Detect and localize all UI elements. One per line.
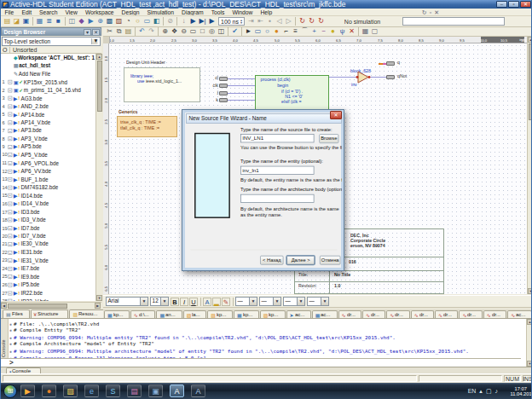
tree-file-row[interactable]: 22+▶!IE31.bde: [1, 248, 95, 257]
probe-tool-icon[interactable]: ψ: [338, 27, 347, 37]
document-tab[interactable]: ∿dr...: [338, 310, 361, 318]
line-style-select[interactable]: —▼: [259, 297, 281, 306]
browser-column-headers[interactable]: O Unsorted: [1, 47, 101, 54]
close-button[interactable]: ✕: [520, 1, 531, 8]
scroll-left-icon[interactable]: ◀: [1, 303, 7, 309]
initialize-sim-icon[interactable]: ↓: [179, 17, 188, 26]
next-event-icon[interactable]: ▷: [284, 17, 293, 26]
timing-icon[interactable]: ◔: [124, 17, 133, 26]
underline-button[interactable]: U: [189, 298, 198, 306]
browse-button[interactable]: Browse: [319, 134, 338, 143]
menu-edit[interactable]: Edit: [18, 9, 36, 16]
connection-tool-icon[interactable]: +: [309, 27, 319, 37]
title-bar[interactable]: Active-HDL Student Edition (ACT_HDL_test…: [1, 0, 532, 9]
zoom-100-icon[interactable]: ◎: [207, 27, 217, 37]
expand-icon[interactable]: +: [8, 136, 12, 141]
sync-icon[interactable]: ↻: [422, 9, 427, 16]
tree-file-row[interactable]: 20+▶!ID7_V.bde: [1, 232, 95, 240]
expand-icon[interactable]: +: [8, 145, 12, 149]
console-side-strip[interactable]: Console: [1, 319, 9, 363]
tree-horizontal-scrollbar[interactable]: ◀ ▶: [1, 302, 101, 309]
scroll-up-icon[interactable]: ▲: [96, 54, 102, 60]
check-diagram-icon[interactable]: ✔: [230, 27, 240, 37]
pin-tool-icon[interactable]: ●: [272, 27, 281, 37]
chevron-down-icon[interactable]: ▼: [91, 38, 98, 44]
bus-tool-icon[interactable]: ≡: [291, 27, 300, 37]
expand-icon[interactable]: +: [8, 283, 12, 287]
expand-icon[interactable]: +: [8, 218, 12, 223]
synthesis-icon[interactable]: ▩: [105, 17, 114, 26]
tree-file-row[interactable]: 4+▶!AND_2.bde: [1, 102, 95, 111]
expand-icon[interactable]: +: [8, 120, 12, 124]
expand-icon[interactable]: +: [8, 234, 12, 239]
open-file-icon[interactable]: ◪: [12, 17, 21, 26]
chevron-down-icon[interactable]: ▼: [321, 298, 328, 305]
tree-file-row[interactable]: 16+▶!ID14_V.bde: [1, 200, 95, 208]
skype-icon[interactable]: S: [106, 385, 120, 397]
scroll-right-icon[interactable]: ▶: [95, 303, 101, 309]
select-tool-icon[interactable]: ►: [244, 27, 253, 37]
design-file-tree[interactable]: ◆Workspace 'ACT_HDL_test': 1▦act_hdl_tes…: [1, 54, 95, 301]
panel-pin-icon[interactable]: ▾: [84, 29, 91, 36]
menu-simulation[interactable]: Simulation: [143, 9, 178, 16]
expand-icon[interactable]: +: [8, 80, 12, 84]
toolbar-search-input[interactable]: [402, 17, 505, 26]
step-over-icon[interactable]: ⇥: [246, 17, 256, 26]
winrar-icon[interactable]: ▤: [127, 385, 142, 397]
menu-design[interactable]: Design: [118, 9, 143, 16]
tree-file-row[interactable]: 12+▶!AP6_VV.bde: [1, 167, 95, 176]
expand-icon[interactable]: +: [8, 88, 12, 92]
console-scrollbar[interactable]: ▲ ▼: [526, 319, 532, 367]
active-hdl-icon[interactable]: A: [170, 385, 184, 397]
document-tab[interactable]: ▨la...: [183, 310, 207, 318]
explorer-icon[interactable]: ▨: [63, 385, 78, 397]
expand-icon[interactable]: +: [8, 186, 12, 190]
minimize-button[interactable]: –: [496, 1, 507, 8]
architecture-input[interactable]: [240, 194, 314, 203]
line-style-select[interactable]: —▼: [307, 297, 329, 306]
menu-help[interactable]: Help: [257, 9, 276, 16]
scroll-thumb[interactable]: [8, 304, 67, 309]
tree-file-row[interactable]: 18+▶!ID3_V.bde: [1, 216, 95, 224]
dialog-close-icon[interactable]: ✕: [330, 111, 342, 119]
trace-into-icon[interactable]: ⇤: [256, 17, 265, 26]
zoom-area-icon[interactable]: □: [198, 27, 207, 37]
expand-icon[interactable]: +: [8, 210, 12, 214]
network-icon[interactable]: ▢: [486, 388, 492, 395]
zoom-in-icon[interactable]: ⊕: [160, 27, 170, 37]
volume-icon[interactable]: ♪: [495, 388, 499, 394]
tree-file-row[interactable]: 6+▶!AP14_V.bde: [1, 119, 95, 127]
tree-file-row[interactable]: 17+▶!ID3.bde: [1, 208, 95, 217]
workspace-list-icon[interactable]: ≣: [44, 17, 54, 26]
expand-icon[interactable]: +: [8, 291, 12, 295]
chevron-down-icon[interactable]: ▼: [160, 298, 168, 305]
end-sim-icon[interactable]: ↻: [307, 17, 316, 26]
line-style-select[interactable]: —▼: [235, 297, 257, 306]
undo-icon[interactable]: ↶: [137, 27, 147, 37]
document-tab[interactable]: ∿dr...: [386, 310, 409, 318]
line-style-select[interactable]: —▼: [283, 297, 305, 306]
document-tab[interactable]: ▨kp...: [260, 310, 286, 318]
grid-icon[interactable]: ▦: [361, 27, 370, 37]
copy-icon[interactable]: ⧉: [114, 27, 124, 37]
canvas-vertical-scrollbar[interactable]: ▲ ▼: [527, 37, 532, 294]
menu-view[interactable]: View: [61, 9, 82, 16]
tree-file-row[interactable]: 2+▣✓m_prims_11_04_16.vhd: [1, 86, 95, 95]
fub-tool-icon[interactable]: ▭: [253, 27, 263, 37]
scroll-down-icon[interactable]: ▼: [96, 295, 102, 301]
panel-close-icon[interactable]: ✕: [92, 29, 100, 36]
tree-file-row[interactable]: 3+▶!AG3.bde: [1, 95, 95, 103]
design-browser-icon[interactable]: ◫: [67, 17, 77, 26]
compile-icon[interactable]: ▶: [86, 17, 95, 26]
close-document-icon[interactable]: ✕: [434, 9, 439, 16]
tree-file-row[interactable]: 1+▣✓KP15xx_2015.vhd: [1, 78, 95, 87]
document-tab[interactable]: ▦an...: [156, 310, 182, 318]
paste-icon[interactable]: ▤: [124, 27, 133, 37]
chevron-down-icon[interactable]: ▼: [297, 298, 304, 305]
document-tab[interactable]: ∿dr...: [483, 310, 506, 318]
tab-files[interactable]: ▤Files: [3, 309, 30, 318]
expand-icon[interactable]: +: [8, 104, 12, 108]
tab-resou[interactable]: ▨Resou...: [69, 309, 107, 318]
document-tab[interactable]: ▦kp...: [234, 310, 259, 318]
tree-file-row[interactable]: 14+▶!DM74S182.bde: [1, 183, 95, 192]
